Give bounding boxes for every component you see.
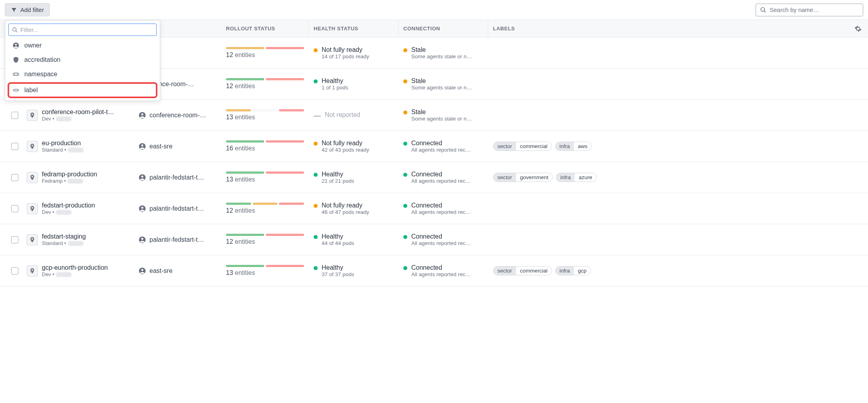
label-pill[interactable]: infraaws	[555, 142, 592, 151]
status-dot	[314, 48, 318, 52]
table-row[interactable]: conference-room-pilot-t…Dev • conference…	[0, 100, 868, 131]
node-icon	[27, 265, 38, 277]
owner-cell[interactable]: palantir-fedstart-t…	[134, 205, 221, 213]
owner-name: east-sre	[149, 267, 173, 275]
label-pill[interactable]: infragcp	[555, 266, 591, 275]
node-name: fedstart-staging	[42, 233, 86, 240]
owner-cell[interactable]: east-sre	[134, 267, 221, 275]
table-row[interactable]: eu-productionStandard • east-sre16 entit…	[0, 131, 868, 162]
node-cell[interactable]: gcp-eunorth-productionDev •	[22, 264, 134, 277]
label-pill[interactable]: sectorcommercial	[493, 266, 552, 275]
entities-count: 16 entities	[226, 145, 304, 152]
header-connection-label: CONNECTION	[403, 26, 440, 32]
rollout-cell: 13 entities	[221, 172, 309, 183]
table-settings-button[interactable]	[848, 25, 868, 32]
node-icon	[27, 110, 38, 121]
node-name: eu-production	[42, 140, 84, 147]
health-title: Not fully ready	[322, 202, 369, 209]
owner-cell[interactable]: conference-room-…	[134, 111, 221, 119]
owner-cell[interactable]: palantir-fedstart-t…	[134, 174, 221, 182]
status-dot	[314, 204, 318, 208]
label-pill[interactable]: infraazure	[556, 173, 597, 182]
node-cell[interactable]: conference-room-pilot-t…Dev •	[22, 109, 134, 122]
node-cell[interactable]: fedramp-productionFedramp •	[22, 171, 134, 184]
status-dot	[314, 173, 318, 177]
health-title: Healthy	[322, 233, 354, 240]
status-dot	[403, 48, 407, 52]
health-cell: Not fully ready42 of 43 pods ready	[309, 140, 399, 153]
filter-option-accreditation[interactable]: accreditation	[8, 53, 157, 67]
user-icon	[12, 42, 20, 49]
row-checkbox[interactable]	[11, 143, 18, 150]
connection-title: Stale	[411, 77, 472, 85]
node-cell[interactable]: eu-productionStandard •	[22, 140, 134, 153]
header-rollout-label: ROLLOUT STATUS	[226, 26, 275, 32]
filter-search-wrap[interactable]	[8, 24, 157, 36]
table-row[interactable]: fedstart-productionDev • palantir-fedsta…	[0, 193, 868, 224]
rollout-cell: 12 entities	[221, 47, 309, 59]
row-checkbox[interactable]	[11, 205, 18, 212]
svg-rect-9	[14, 89, 18, 91]
node-name: fedramp-production	[42, 171, 97, 178]
filter-icon	[11, 7, 17, 13]
svg-line-3	[16, 30, 17, 32]
search-input[interactable]	[770, 6, 859, 13]
row-checkbox[interactable]	[11, 267, 18, 275]
filter-option-label: namespace	[24, 71, 57, 78]
node-cell[interactable]: fedstart-productionDev •	[22, 202, 134, 215]
label-pill[interactable]: sectorgovernment	[493, 173, 553, 182]
header-health-col[interactable]: HEALTH STATUS	[309, 20, 399, 37]
svg-point-17	[141, 144, 143, 146]
owner-cell[interactable]: east-sre	[134, 142, 221, 150]
rollout-bars	[226, 234, 304, 236]
connection-title: Stale	[411, 46, 472, 53]
status-dot	[403, 79, 407, 83]
connection-cell: ConnectedAll agents reported rec…	[399, 233, 488, 246]
health-sub: 1 of 1 pods	[322, 85, 348, 91]
owner-cell[interactable]: palantir-fedstart-t…	[134, 236, 221, 244]
search-box[interactable]	[756, 4, 863, 16]
gear-icon	[854, 25, 862, 32]
connection-sub: Some agents stale or n…	[411, 85, 472, 91]
connection-cell: ConnectedAll agents reported rec…	[399, 264, 488, 277]
health-sub: 14 of 17 pods ready	[322, 53, 369, 59]
header-rollout-col[interactable]: ROLLOUT STATUS	[221, 20, 309, 37]
add-filter-button[interactable]: Add filter	[5, 3, 50, 16]
tag-icon	[12, 87, 20, 94]
filter-option-owner[interactable]: owner	[8, 38, 157, 53]
header-labels-col[interactable]: LABELS	[488, 20, 848, 37]
rollout-bars	[226, 140, 304, 142]
status-dot	[403, 142, 407, 146]
connection-sub: Some agents stale or n…	[411, 53, 472, 59]
status-dot	[314, 235, 318, 239]
entities-count: 12 entities	[226, 207, 304, 214]
add-filter-label: Add filter	[20, 6, 44, 13]
labels-cell: sectorcommercialinfraaws	[488, 142, 848, 151]
status-dot	[403, 173, 407, 177]
table-row[interactable]: fedramp-productionFedramp • palantir-fed…	[0, 162, 868, 193]
filter-option-label-text: label	[24, 87, 38, 94]
node-cell[interactable]: fedstart-stagingStandard •	[22, 233, 134, 246]
table-row[interactable]: gcp-eunorth-productionDev • east-sre13 e…	[0, 255, 868, 286]
row-checkbox[interactable]	[11, 236, 18, 243]
entities-count: 12 entities	[226, 83, 304, 90]
row-checkbox[interactable]	[11, 112, 18, 119]
connection-sub: All agents reported rec…	[411, 240, 471, 246]
filter-search-input[interactable]	[20, 26, 153, 33]
health-cell: Not fully ready46 of 47 pods ready	[309, 202, 399, 215]
rollout-cell: 12 entities	[221, 203, 309, 214]
header-connection-col[interactable]: CONNECTION	[399, 20, 488, 37]
label-pill[interactable]: sectorcommercial	[493, 142, 552, 151]
connection-cell: ConnectedAll agents reported rec…	[399, 202, 488, 215]
connection-title: Connected	[411, 233, 471, 240]
health-sub: 21 of 21 pods	[322, 178, 354, 184]
entities-count: 13 entities	[226, 176, 304, 183]
search-icon	[12, 27, 18, 33]
filter-option-namespace[interactable]: namespace	[8, 67, 157, 81]
row-checkbox[interactable]	[11, 174, 18, 181]
rollout-cell: 16 entities	[221, 140, 309, 152]
table-row[interactable]: fedstart-stagingStandard • palantir-feds…	[0, 224, 868, 255]
node-icon	[27, 234, 38, 245]
toolbar: Add filter owner accreditation namespace…	[0, 0, 868, 20]
filter-option-label[interactable]: label	[8, 82, 157, 98]
